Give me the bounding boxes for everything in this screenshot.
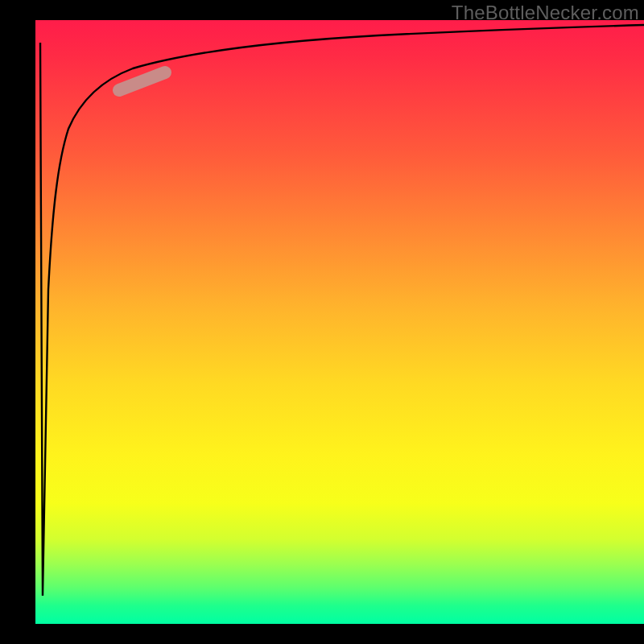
curve-layer — [0, 0, 644, 644]
chart-frame: TheBottleNecker.com — [0, 0, 644, 644]
watermark-text: TheBottleNecker.com — [452, 2, 639, 24]
highlight-marker — [119, 72, 165, 90]
bottleneck-curve — [40, 25, 644, 596]
